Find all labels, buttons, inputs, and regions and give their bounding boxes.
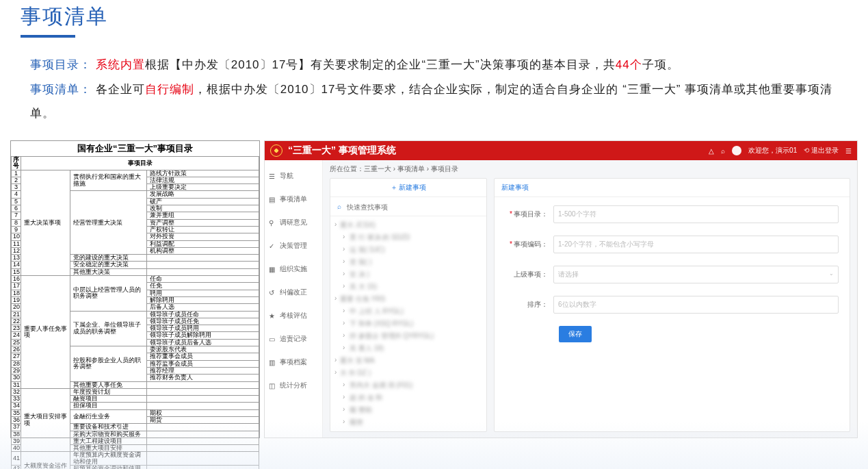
nav-item[interactable]: ⚲调研意见 (265, 211, 322, 234)
tree-node[interactable]: 重大 JCSX) (334, 219, 485, 231)
nav-label: 决策管理 (280, 241, 307, 251)
emblem-icon (270, 144, 282, 157)
tree-node[interactable]: 超 的 金 和 (334, 392, 485, 404)
search-icon: ⌕ (337, 203, 341, 210)
nav-label: 调研意见 (280, 218, 307, 227)
breadcrumb: 所在位置：三重一大 › 事项清单 › 事项目录 (330, 164, 850, 174)
tree-panel: ＋ 新建事项 ⌕ 重大 JCSX)贯 行 家决 的 SDZD运 策( DJC)党… (330, 178, 487, 432)
nav-label: 统计分析 (280, 381, 307, 390)
table-row: 16重要人事任免事项中层以上经营管理人员的职务调整任命 (12, 276, 259, 283)
nav-icon: ◫ (269, 382, 276, 389)
avatar-icon[interactable] (732, 146, 741, 155)
nav-label: 事项档案 (280, 357, 307, 367)
form-tab[interactable]: 新建事项 (495, 179, 850, 197)
tree-node[interactable]: 下 和单 (XSQ RYGL) (334, 318, 485, 330)
description-2: 事项清单： 各企业可自行编制，根据中办发〔2010〕17号文件要求，结合企业实际… (30, 77, 841, 126)
title-underline (21, 35, 75, 38)
tree-node[interactable]: 其 要人 18) (334, 342, 485, 355)
logout-link[interactable]: ⟲ 退出登录 (804, 146, 839, 155)
field-order-input[interactable]: 6位以内数字 (553, 296, 839, 314)
tree-node[interactable]: 额资 (334, 416, 485, 429)
table-row: 32重大项目安排事项年度投资计划 (12, 388, 259, 395)
app-screenshot: “三重一大” 事项管理系统 △ ⌕ 欢迎您，演示01 ⟲ 退出登录 ☰ ☰导航▤… (264, 140, 858, 438)
nav-item[interactable]: ☰导航 (265, 164, 322, 188)
welcome-text: 欢迎您，演示01 (748, 146, 797, 155)
nav-label: 纠偏改正 (280, 288, 307, 297)
tree-node[interactable]: 额 赞助 (334, 404, 485, 416)
nav-icon: ▭ (269, 335, 276, 342)
chevron-down-icon: ⌄ (829, 270, 834, 277)
field-code-input[interactable]: 1-20个字符，不能包含小写字母 (553, 236, 839, 253)
nav-item[interactable]: ▤事项清单 (265, 188, 322, 211)
field-catalog-label: *事项目录： (505, 210, 553, 219)
nav-label: 事项清单 (280, 194, 307, 204)
col-index: 序号 (12, 157, 21, 170)
tree-node[interactable]: 其 大 15) (334, 281, 485, 293)
nav-icon: ✓ (269, 242, 276, 249)
field-catalog-input[interactable]: 1-500个字符 (553, 205, 839, 223)
tree-node[interactable]: 算内大 金调 用 (F01) (334, 379, 485, 392)
table-row: 41大额度资金运作事项年度预算内大额度资金调动和使用 (12, 452, 259, 466)
save-button[interactable]: 保存 (559, 326, 592, 342)
nav-icon: ▤ (269, 196, 276, 203)
nav-item[interactable]: ▦组织实施 (265, 257, 322, 281)
tree-node[interactable]: 党 策( ) (334, 256, 485, 268)
tree-search-input[interactable] (334, 201, 482, 213)
search-icon[interactable]: ⌕ (721, 147, 725, 155)
catalog-table-panel: 国有企业“三重一大”事项目录 序号 事项目录 1重大决策事项贯彻执行党和国家的重… (10, 140, 260, 438)
table-row: 1重大决策事项贯彻执行党和国家的重大措施路线方针政策 (12, 170, 259, 177)
tree-node[interactable]: 大 作 DZ ) (334, 367, 485, 379)
tree-node[interactable]: 重大 安 MA (334, 355, 485, 367)
slide-title: 事项清单 (21, 3, 847, 31)
nav-item[interactable]: ↺纠偏改正 (265, 281, 322, 304)
nav-label: 追责记录 (280, 334, 307, 344)
nav-icon: ★ (269, 312, 276, 319)
nav-label: 考核评估 (280, 311, 307, 320)
tree-node[interactable]: 中 上经 人 RYGL) (334, 305, 485, 318)
menu-icon[interactable]: ☰ (845, 147, 852, 155)
nav-icon: ▥ (269, 359, 276, 366)
nav-icon: ☰ (269, 173, 276, 179)
nav-item[interactable]: ◫统计分析 (265, 374, 322, 397)
nav-item[interactable]: ★考核评估 (265, 304, 322, 327)
tree-node[interactable]: 重要 任免 YRS (334, 293, 485, 305)
catalog-table: 序号 事项目录 1重大决策事项贯彻执行党和国家的重大措施路线方针政策2法律法规3… (11, 156, 259, 469)
catalog-title: 国有企业“三重一大”事项目录 (11, 141, 259, 156)
tree-node[interactable]: 运 策( DJC) (334, 244, 485, 256)
nav-icon: ↺ (269, 289, 276, 296)
description-1: 事项目录： 系统内置根据【中办发〔2010〕17号】有关要求制定的企业“三重一大… (30, 53, 841, 77)
field-parent-label: 上级事项： (505, 270, 553, 279)
nav-icon: ▦ (269, 266, 276, 272)
field-order-label: 排序： (505, 300, 553, 309)
nav-icon: ⚲ (269, 219, 276, 226)
form-panel: 新建事项 *事项目录： 1-500个字符 *事项编码： 1-20个字符，不能包含… (494, 178, 850, 432)
app-header: “三重一大” 事项管理系统 △ ⌕ 欢迎您，演示01 ⟲ 退出登录 ☰ (265, 141, 857, 160)
side-nav: ☰导航▤事项清单⚲调研意见✓决策管理▦组织实施↺纠偏改正★考核评估▭追责记录▥事… (265, 160, 323, 438)
nav-label: 导航 (280, 171, 293, 181)
notification-icon[interactable]: △ (709, 147, 714, 155)
tree-node[interactable]: 安 决 ) (334, 268, 485, 281)
nav-item[interactable]: ▥事项档案 (265, 351, 322, 374)
col-items: 事项目录 (21, 157, 259, 170)
field-code-label: *事项编码： (505, 240, 553, 249)
app-title: “三重一大” 事项管理系统 (288, 144, 396, 157)
new-item-button[interactable]: ＋ 新建事项 (330, 179, 486, 197)
nav-label: 组织实施 (280, 264, 307, 274)
tree-node[interactable]: 控 参股企 管理(K QYRYGL) (334, 330, 485, 342)
field-parent-select[interactable]: 请选择⌄ (553, 266, 839, 283)
nav-item[interactable]: ▭追责记录 (265, 327, 322, 351)
tree-node[interactable]: 贯 行 家决 的 SDZD (334, 231, 485, 244)
nav-item[interactable]: ✓决策管理 (265, 234, 322, 257)
